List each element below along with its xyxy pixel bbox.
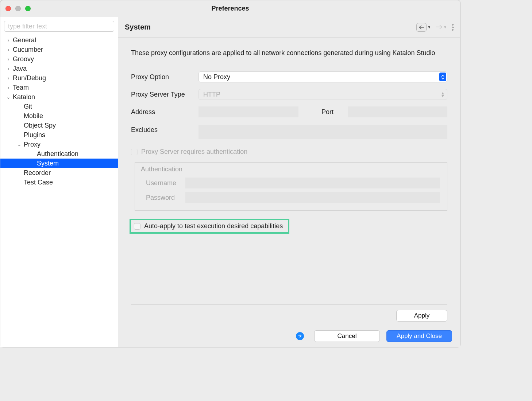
help-icon[interactable]: ? <box>296 332 304 340</box>
auto-apply-checkbox[interactable] <box>134 223 140 230</box>
tree-label: Team <box>13 84 29 92</box>
tree-label: System <box>37 160 59 167</box>
tree-item-cucumber[interactable]: ›Cucumber <box>0 45 118 54</box>
window-title: Preferences <box>0 5 460 12</box>
dropdown-icon: ▼ <box>427 25 431 29</box>
tree-label: Object Spy <box>24 122 56 129</box>
username-label: Username <box>146 179 185 187</box>
tree-label: Plugins <box>24 131 45 139</box>
auto-apply-highlight: Auto-apply to test execution desired cap… <box>130 219 289 234</box>
tree-item-general[interactable]: ›General <box>0 35 118 45</box>
tree: ›General ›Cucumber ›Groovy ›Java ›Run/De… <box>0 35 118 187</box>
password-input <box>185 192 440 203</box>
arrow-left-icon <box>416 23 427 32</box>
tree-item-groovy[interactable]: ›Groovy <box>0 54 118 64</box>
menu-icon[interactable] <box>452 24 454 31</box>
tree-label: Proxy <box>24 141 41 148</box>
tree-item-run-debug[interactable]: ›Run/Debug <box>0 73 118 83</box>
username-input <box>185 178 440 188</box>
chevron-down-icon: ⌄ <box>5 94 11 100</box>
tree-item-authentication[interactable]: Authentication <box>0 149 118 159</box>
tree-label: General <box>13 36 36 44</box>
tree-label: Katalon <box>13 93 35 101</box>
content: System ▼ ▼ <box>118 17 460 347</box>
authentication-title: Authentication <box>135 163 447 175</box>
preferences-window: Preferences ›General ›Cucumber ›Groovy ›… <box>0 0 460 347</box>
requires-auth-row: Proxy Server requires authentication <box>131 148 447 156</box>
excludes-label: Excludes <box>131 125 198 134</box>
tree-item-test-case[interactable]: ›Test Case <box>0 178 118 187</box>
content-header: System ▼ ▼ <box>118 17 460 38</box>
chevron-down-icon: ⌄ <box>16 141 22 147</box>
updown-icon: ▲▼ <box>439 90 446 99</box>
header-controls: ▼ ▼ <box>416 23 454 32</box>
tree-label: Run/Debug <box>13 74 46 82</box>
proxy-server-type-label: Proxy Server Type <box>131 91 198 98</box>
apply-button[interactable]: Apply <box>396 310 447 322</box>
requires-auth-checkbox <box>131 149 138 155</box>
select-value: No Proxy <box>203 73 230 81</box>
tree-label: Git <box>24 103 32 110</box>
tree-item-recorder[interactable]: ›Recorder <box>0 168 118 178</box>
arrow-right-icon <box>436 24 443 31</box>
separator <box>131 304 447 305</box>
port-input <box>348 106 448 117</box>
apply-row: Apply <box>118 310 460 325</box>
port-label: Port <box>308 108 348 116</box>
tree-label: Groovy <box>13 55 34 63</box>
dropdown-icon: ▼ <box>443 25 447 29</box>
address-port-row: Address Port <box>131 106 447 117</box>
excludes-row: Excludes <box>131 125 447 139</box>
tree-item-mobile[interactable]: ›Mobile <box>0 111 118 121</box>
address-label: Address <box>131 108 198 116</box>
username-row: Username <box>146 178 440 188</box>
password-label: Password <box>146 194 185 202</box>
tree-item-object-spy[interactable]: ›Object Spy <box>0 121 118 130</box>
auto-apply-label: Auto-apply to test execution desired cap… <box>144 222 283 230</box>
requires-auth-label: Proxy Server requires authentication <box>141 148 247 156</box>
authentication-group: Authentication Username Password <box>135 162 447 211</box>
footer: ? Cancel Apply and Close <box>118 325 460 347</box>
proxy-option-row: Proxy Option No Proxy <box>131 71 447 82</box>
filter-input[interactable] <box>4 21 114 32</box>
updown-icon <box>439 73 446 81</box>
window-body: ›General ›Cucumber ›Groovy ›Java ›Run/De… <box>0 17 460 347</box>
nav-forward-button: ▼ <box>436 24 447 31</box>
proxy-option-label: Proxy Option <box>131 73 198 81</box>
nav-back-button[interactable]: ▼ <box>416 23 431 32</box>
tree-label: Authentication <box>37 150 78 158</box>
tree-label: Mobile <box>24 112 43 120</box>
tree-label: Cucumber <box>13 46 43 54</box>
proxy-option-select[interactable]: No Proxy <box>198 71 447 82</box>
tree-item-katalon[interactable]: ⌄Katalon <box>0 92 118 102</box>
content-body: These proxy configurations are applied t… <box>118 38 460 310</box>
tree-item-java[interactable]: ›Java <box>0 64 118 73</box>
tree-label: Recorder <box>24 169 51 177</box>
cancel-button[interactable]: Cancel <box>314 330 380 342</box>
description-text: These proxy configurations are applied t… <box>131 48 445 58</box>
excludes-input <box>198 125 447 139</box>
apply-close-button[interactable]: Apply and Close <box>386 330 452 342</box>
tree-item-team[interactable]: ›Team <box>0 83 118 92</box>
sidebar: ›General ›Cucumber ›Groovy ›Java ›Run/De… <box>0 17 118 347</box>
tree-item-proxy[interactable]: ⌄Proxy <box>0 140 118 149</box>
tree-label: Java <box>13 65 27 73</box>
address-input <box>198 106 298 117</box>
select-value: HTTP <box>203 91 220 98</box>
tree-item-system[interactable]: System <box>0 159 118 168</box>
tree-item-plugins[interactable]: ›Plugins <box>0 130 118 140</box>
page-title: System <box>125 23 151 31</box>
tree-item-git[interactable]: ›Git <box>0 102 118 111</box>
proxy-server-type-select: HTTP ▲▼ <box>198 89 447 100</box>
password-row: Password <box>146 192 440 203</box>
titlebar: Preferences <box>0 0 460 17</box>
proxy-server-type-row: Proxy Server Type HTTP ▲▼ <box>131 89 447 100</box>
tree-label: Test Case <box>24 179 53 186</box>
